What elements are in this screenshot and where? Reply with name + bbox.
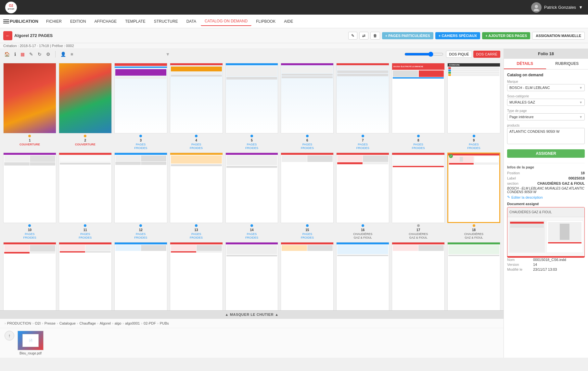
chutier-bar[interactable]: ▲ MASQUER LE CHUTIER ▲ [0,310,504,318]
page-thumb-15[interactable] [281,153,334,223]
menu-item-edition[interactable]: EDITION [66,17,90,26]
page-thumb-16[interactable] [336,153,389,223]
page-thumb-13[interactable] [170,153,223,223]
products-textarea[interactable]: ATLANTIC CONDENS 9050I W [507,128,585,144]
tab-details[interactable]: DÉTAILS [504,59,546,69]
page-cell-8[interactable]: EN 2016: ÉLECTRICITÉ LE DIMANCHE 8 PAGES [392,63,445,150]
page-thumb-18[interactable]: ✓ [447,153,500,223]
marque-select[interactable]: BOSCH - ELM LEBLANC ▼ [507,84,585,91]
page-cell-26[interactable]: 26 PAGESFROIDES [392,242,445,310]
page-cell-3[interactable]: 3 PAGESFROIDES [114,63,167,150]
refresh-button[interactable]: ↻ [37,51,43,58]
bc-02pdf[interactable]: 02-PDF [144,321,156,325]
menu-item-catalog[interactable]: CATALOG ON DEMAND [201,17,251,26]
page-cell-14[interactable]: 14 PAGESFROIDES [225,153,278,240]
bc-presse[interactable]: Presse [45,321,56,325]
page-thumb-17[interactable] [392,153,445,223]
page-thumb-14[interactable] [225,153,278,223]
page-thumb-24[interactable] [281,242,334,310]
pages-particulieres-button[interactable]: + PAGES PARTICULIÈRES [382,32,433,39]
bc-chauffage[interactable]: Chauffage [79,321,96,325]
page-thumb-4[interactable] [170,63,223,133]
sous-categorie-select[interactable]: MURALES GAZ ▼ [507,99,585,106]
page-cell-6[interactable]: 6 PAGESFROIDES [281,63,334,150]
page-thumb-12[interactable] [114,153,167,223]
bc-pubs[interactable]: PUBs [160,321,169,325]
assigner-button[interactable]: ASSIGNER [507,149,585,158]
page-cell-25[interactable]: 25 PAGESFROIDES [336,242,389,310]
edit-view-button[interactable]: ✎ [28,51,34,58]
home-icon-button[interactable]: 🏠 [3,51,11,58]
page-thumb-21[interactable] [114,242,167,310]
page-cell-13[interactable]: 13 PAGESFROIDES [170,153,223,240]
edit-icon-button[interactable]: ✎ [348,32,357,40]
menu-item-template[interactable]: TEMPLATE [121,17,149,26]
page-cell-20[interactable]: 20 PAGESFROIDES [59,242,112,310]
dos-carre-button[interactable]: DOS CARRÉ [473,51,500,58]
page-cell-27[interactable]: 27 PAGESFROIDES [447,242,500,310]
bc-production[interactable]: PRODUCTION [7,321,31,325]
info-icon-button[interactable]: ℹ [13,51,17,58]
page-cell-21[interactable]: 21 PAGESFROIDES [114,242,167,310]
page-thumb-22[interactable] [170,242,223,310]
page-cell-23[interactable]: 23 PAGESFROIDES [225,242,278,310]
collapse-arrow-up[interactable]: ▼ [166,52,170,57]
zoom-slider[interactable] [404,52,443,57]
page-thumb-19[interactable] [3,242,56,310]
page-cell-24[interactable]: 24 PAGESFROIDES [281,242,334,310]
settings-icon-button[interactable]: ⚙ [45,51,51,58]
page-cell-18[interactable]: ✓ 18 CHAUDIÈRESGAZ & FIOUL [447,153,500,240]
page-cell-4[interactable]: 4 PAGESFROIDES [170,63,223,150]
page-thumb-9[interactable]: SOMMAIRE [447,63,500,133]
person-assign-button[interactable]: 👤 [59,51,67,58]
menu-item-aide[interactable]: AIDE [280,17,297,26]
page-cell-10[interactable]: 10 PAGESFROIDES [3,153,56,240]
menu-item-structure[interactable]: STRUCTURE [150,17,182,26]
page-cell-22[interactable]: 22 PAGESFROIDES [170,242,223,310]
page-thumb-10[interactable] [3,153,56,223]
page-cell-1[interactable]: 1 COUVERTURE [3,63,56,150]
user-menu[interactable]: Patrick Gonzales ▼ [531,2,583,13]
bc-o2i[interactable]: O2I [35,321,41,325]
page-thumb-1[interactable] [3,63,56,133]
menu-item-affichage[interactable]: AFFICHAGE [91,17,121,26]
page-thumb-6[interactable] [281,63,334,133]
file-thumbnail[interactable]: 📄 [18,331,44,350]
page-cell-5[interactable]: 5 PAGESFROIDES [225,63,278,150]
assignation-manuelle-button[interactable]: ASSIGNATION MANUELLE [532,32,585,40]
type-page-select[interactable]: Page intérieure ▼ [507,113,585,120]
page-thumb-3[interactable] [114,63,167,133]
ajouter-pages-button[interactable]: + AJOUTER DES PAGES [482,32,530,39]
page-thumb-5[interactable] [225,63,278,133]
breadcrumb-arrow-left[interactable]: › [5,321,6,325]
menu-item-flipbook[interactable]: FLIPBOOK [252,17,279,26]
tab-rubriques[interactable]: RUBRIQUES [546,59,588,69]
upload-button[interactable]: ↑ [5,331,14,340]
hamburger-menu[interactable] [3,19,9,23]
menu-item-fichier[interactable]: FICHIER [42,17,66,26]
bc-algorel[interactable]: Algorel [100,321,111,325]
cahiers-speciaux-button[interactable]: + CAHIERS SPÉCIAUX [435,32,480,39]
list-view-button[interactable]: ≡ [70,51,74,58]
back-button[interactable]: ← [3,31,12,40]
delete-icon-button[interactable]: 🗑 [370,32,380,40]
page-thumb-27[interactable] [447,242,500,310]
bc-catalogue[interactable]: Catalogue [59,321,76,325]
page-cell-12[interactable]: 12 PAGESFROIDES [114,153,167,240]
menu-item-data[interactable]: DATA [183,17,200,26]
page-cell-11[interactable]: 11 PAGESFROIDES [59,153,112,240]
page-thumb-25[interactable] [336,242,389,310]
page-cell-15[interactable]: 15 PAGESFROIDES [281,153,334,240]
page-cell-19[interactable]: 19 CHAUDIÈRESGAZ & FIOUL [3,242,56,310]
page-thumb-8[interactable]: EN 2016: ÉLECTRICITÉ LE DIMANCHE [392,63,445,133]
page-cell-16[interactable]: 16 CHAUDIÈRESGAZ & FIOUL [336,153,389,240]
page-thumb-7[interactable] [336,63,389,133]
page-cell-2[interactable]: 2 COUVERTURE [59,63,112,150]
page-thumb-23[interactable] [225,242,278,310]
edit-description-link[interactable]: ✎ Editer la description [507,195,585,199]
grid-icon-button[interactable]: ▦ [19,51,26,58]
page-thumb-26[interactable] [392,242,445,310]
page-cell-7[interactable]: 7 PAGESFROIDES [336,63,389,150]
page-thumb-20[interactable] [59,242,112,310]
bc-algo[interactable]: algo [115,321,121,325]
